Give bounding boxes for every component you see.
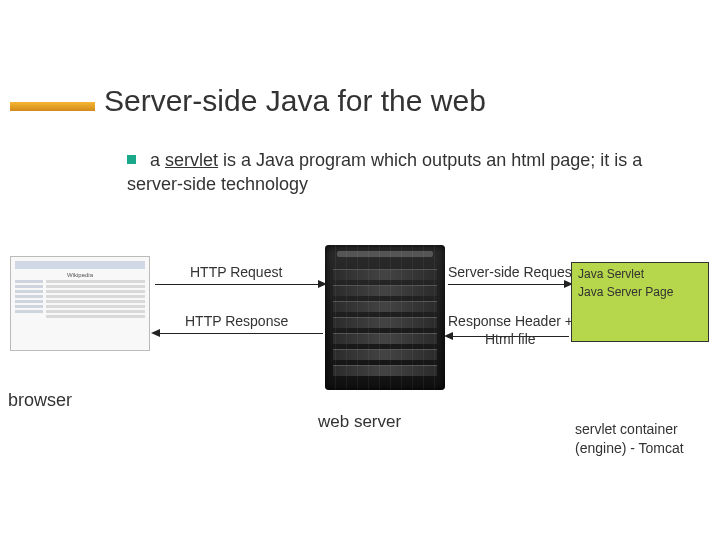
container-item-jsp: Java Server Page [572,281,708,299]
label-response-header: Response Header + [448,313,573,329]
bullet-icon [127,155,136,164]
webserver-graphic [325,245,445,390]
arrow-head-http-request [318,280,327,288]
label-http-response: HTTP Response [185,313,288,329]
bullet-term: servlet [165,150,218,170]
title-accent-bar [10,102,95,111]
label-ss-request: Server-side Request [448,264,576,280]
container-item-servlet: Java Servlet [572,263,708,281]
browser-thumb-sitename: Wikipedia [15,272,145,278]
bullet-text: a servlet is a Java program which output… [127,148,687,197]
servlet-container-box: Java Servlet Java Server Page [571,262,709,342]
label-http-request: HTTP Request [190,264,282,280]
arrow-head-response-header [444,332,453,340]
arrow-head-http-response [151,329,160,337]
label-html-file: Html file [485,331,536,347]
browser-thumbnail: Wikipedia [10,256,150,351]
arrow-ss-request [448,284,566,285]
webserver-label: web server [318,412,401,432]
browser-label: browser [8,390,72,411]
arrow-http-request [155,284,320,285]
slide-title: Server-side Java for the web [104,84,486,118]
bullet-pre: a [150,150,165,170]
servlet-container-caption: servlet container (engine) - Tomcat [575,420,720,458]
arrow-http-response [160,333,323,334]
